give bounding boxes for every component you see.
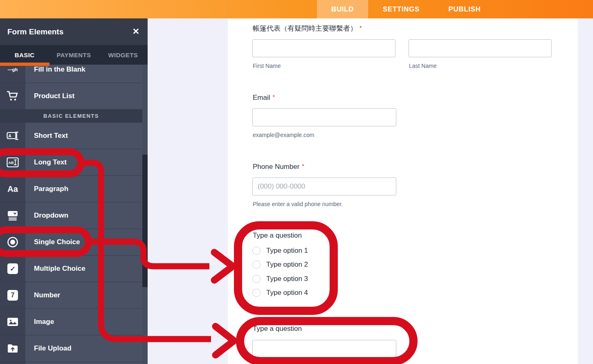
multiple-choice-icon: ✓ <box>0 256 25 282</box>
sidebar-item-multiple-choice[interactable]: ✓ Multiple Choice <box>0 255 142 282</box>
sidebar-scrollbar[interactable] <box>142 56 148 364</box>
form-elements-panel: —gh Fill in the Blank Product List BASIC… <box>0 18 148 364</box>
radio-question-label[interactable]: Type a question <box>253 231 302 240</box>
sidebar-item-short-text[interactable]: A Short Text <box>0 122 142 149</box>
panel-tabs: BASIC PAYMENTS WIDGETS <box>0 45 148 65</box>
sidebar-item-product-list[interactable]: Product List <box>0 83 142 109</box>
required-asterisk: * <box>359 24 362 31</box>
sidebar-item-label: Number <box>25 282 142 308</box>
panel-title: Form Elements <box>0 27 63 36</box>
image-icon <box>0 309 25 335</box>
sidebar-item-single-choice[interactable]: Single Choice <box>0 229 142 255</box>
active-tab-underline <box>0 63 49 66</box>
tab-settings[interactable]: SETTINGS <box>368 0 434 18</box>
radio-option-label[interactable]: Type option 4 <box>266 289 308 297</box>
sidebar-item-label: Multiple Choice <box>25 256 142 282</box>
panel-header: Form Elements ✕ <box>0 18 148 45</box>
email-question-label[interactable]: Email* <box>253 93 275 102</box>
radio-button[interactable] <box>252 275 261 283</box>
dropdown-icon <box>0 202 25 229</box>
long-text-icon: AB <box>0 149 25 175</box>
last-name-input[interactable] <box>409 39 552 57</box>
radio-option-label[interactable]: Type option 1 <box>266 247 308 255</box>
sidebar-item-number[interactable]: 7 Number <box>0 282 142 308</box>
last-name-sublabel: Last Name <box>409 63 437 69</box>
sidebar-item-dropdown[interactable]: Dropdown <box>0 202 142 229</box>
basic-elements-section-header: BASIC ELEMENTS <box>0 109 142 122</box>
sidebar-item-label: File Upload <box>25 335 142 362</box>
tab-widgets[interactable]: WIDGETS <box>99 45 148 65</box>
product-list-icon <box>0 83 25 109</box>
close-icon[interactable]: ✕ <box>132 25 139 38</box>
phone-question-label[interactable]: Phone Number* <box>253 162 304 171</box>
text-question-label[interactable]: Type a question <box>253 325 302 333</box>
sidebar-item-file-upload[interactable]: File Upload <box>0 335 142 362</box>
number-icon: 7 <box>0 282 25 308</box>
header-tabs: BUILD SETTINGS PUBLISH <box>317 0 495 18</box>
radio-option-row: Type option 4 <box>252 288 308 297</box>
blank-icon <box>0 362 25 364</box>
radio-option-row: Type option 3 <box>252 274 308 283</box>
text-question-input[interactable] <box>252 340 396 364</box>
sidebar-item-long-text[interactable]: AB Long Text <box>0 149 142 175</box>
sidebar-item-label: Product List <box>25 83 142 109</box>
radio-option-label[interactable]: Type option 3 <box>266 275 308 283</box>
tab-build[interactable]: BUILD <box>317 0 368 18</box>
email-sublabel: example@example.com <box>253 132 314 138</box>
sidebar-item-label: Image <box>25 309 142 335</box>
svg-text:A: A <box>8 134 11 138</box>
required-asterisk: * <box>302 162 304 169</box>
single-choice-icon <box>0 229 25 255</box>
scrollbar-thumb[interactable] <box>142 155 148 287</box>
radio-button[interactable] <box>252 247 261 255</box>
file-upload-icon <box>0 335 25 362</box>
paragraph-icon: Aa <box>0 176 25 202</box>
radio-button[interactable] <box>252 289 261 297</box>
tab-basic[interactable]: BASIC <box>0 45 49 65</box>
phone-input[interactable] <box>252 178 396 195</box>
short-text-icon: A <box>0 123 25 149</box>
form-card: 帳篷代表（有疑問時主要聯繫者）* First Name Last Name Em… <box>228 18 578 364</box>
sidebar-item-next-partial[interactable] <box>0 362 142 364</box>
first-name-sublabel: First Name <box>253 63 281 69</box>
required-asterisk: * <box>273 93 275 100</box>
app-header: BUILD SETTINGS PUBLISH <box>0 0 593 18</box>
email-input[interactable] <box>252 108 396 126</box>
sidebar-item-label: Paragraph <box>25 176 142 202</box>
sidebar-item-label <box>25 362 142 364</box>
sidebar-item-label: Long Text <box>25 149 142 175</box>
svg-text:AB: AB <box>9 161 14 165</box>
element-list: —gh Fill in the Blank Product List BASIC… <box>0 56 142 364</box>
tab-publish[interactable]: PUBLISH <box>434 0 495 18</box>
sidebar-item-image[interactable]: Image <box>0 308 142 335</box>
form-canvas: 帳篷代表（有疑問時主要聯繫者）* First Name Last Name Em… <box>148 18 593 364</box>
name-question-label[interactable]: 帳篷代表（有疑問時主要聯繫者）* <box>253 24 362 33</box>
tab-payments[interactable]: PAYMENTS <box>49 45 98 65</box>
sidebar-item-label: Dropdown <box>25 202 142 229</box>
radio-option-row: Type option 2 <box>252 260 308 269</box>
first-name-input[interactable] <box>252 39 395 57</box>
radio-option-label[interactable]: Type option 2 <box>266 261 308 269</box>
radio-button[interactable] <box>252 261 261 269</box>
radio-option-row: Type option 1 <box>252 246 308 255</box>
phone-sublabel: Please enter a valid phone number. <box>253 201 343 207</box>
sidebar-item-paragraph[interactable]: Aa Paragraph <box>0 175 142 202</box>
sidebar-item-label: Short Text <box>25 123 142 149</box>
sidebar-item-label: Single Choice <box>25 229 142 255</box>
